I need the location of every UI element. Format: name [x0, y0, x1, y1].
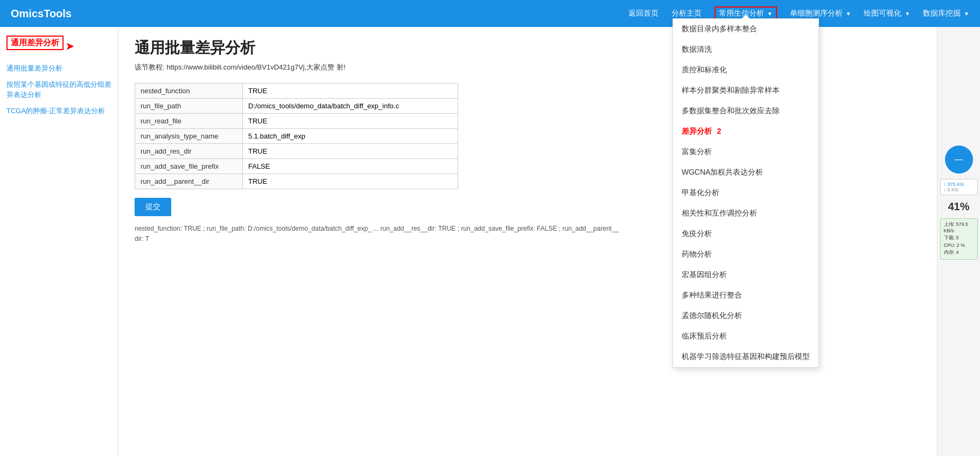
right-panel: — ↑ 375 K/s ↓ 5 K/s 41% 上传: 579.5 KB/s 下…	[937, 27, 980, 456]
chevron-down-icon-2: ▼	[846, 11, 851, 17]
form-key-0: nested_function	[135, 84, 243, 99]
page-layout: 通用差异分析 ➤ 通用批量差异分析 按照某个基因或特征的高低分组差异表达分析 T…	[0, 27, 980, 456]
navbar-item-database[interactable]: 数据库挖掘 ▼	[923, 9, 969, 18]
dropdown-item-0[interactable]: 数据目录内多样本整合	[673, 19, 818, 39]
network-widget: ↑ 375 K/s ↓ 5 K/s	[940, 179, 978, 195]
memory-label: 内存: 4	[944, 249, 959, 256]
sidebar-title: 通用差异分析	[6, 36, 64, 50]
sidebar: 通用差异分析 ➤ 通用批量差异分析 按照某个基因或特征的高低分组差异表达分析 T…	[0, 27, 118, 456]
table-row: run_add_res_dir	[135, 144, 458, 159]
dropdown-badge-2: 2	[717, 127, 722, 135]
dropdown-item-8[interactable]: 甲基化分析	[673, 183, 818, 203]
dropdown-item-7[interactable]: WGCNA加权共表达分析	[673, 162, 818, 183]
form-key-6: run_add__parent__dir	[135, 174, 243, 189]
form-input-6[interactable]	[248, 177, 452, 185]
form-key-4: run_add_res_dir	[135, 144, 243, 159]
navbar-item-single-cell[interactable]: 单细胞测序分析 ▼	[790, 9, 851, 18]
dropdown-item-6[interactable]: 富集分析	[673, 142, 818, 162]
table-row: run_file_path	[135, 99, 458, 114]
network-up: ↑ 375 K/s	[944, 182, 964, 187]
table-row: run_add_save_file_prefix	[135, 159, 458, 174]
dropdown-item-3[interactable]: 样本分群聚类和剔除异常样本	[673, 80, 818, 101]
percent-widget: 41%	[948, 201, 969, 213]
form-input-4[interactable]	[248, 147, 452, 155]
form-key-5: run_add_save_file_prefix	[135, 159, 243, 174]
form-value-1	[243, 99, 458, 114]
form-key-1: run_file_path	[135, 99, 243, 114]
form-value-2	[243, 114, 458, 129]
brand: OmicsTools	[11, 8, 72, 20]
submit-button[interactable]: 提交	[135, 198, 171, 216]
form-value-4	[243, 144, 458, 159]
navbar-menu: 返回首页 分析主页 常用生信分析 ▼ 数据目录内多样本整合 数据清洗 质控和标准…	[628, 9, 969, 18]
dropdown-item-14[interactable]: 孟德尔随机化分析	[673, 306, 818, 326]
chevron-down-icon-4: ▼	[964, 11, 969, 17]
navbar-item-analysis-home[interactable]: 分析主页	[671, 9, 702, 18]
form-value-6	[243, 174, 458, 189]
cpu-label: CPU: 2 %	[944, 243, 965, 248]
bioinformatics-dropdown: 数据目录内多样本整合 数据清洗 质控和标准化 样本分群聚类和剔除异常样本 多数据…	[673, 18, 819, 368]
table-row: nested_function	[135, 84, 458, 99]
dropdown-item-1[interactable]: 数据清洗	[673, 39, 818, 60]
dropdown-item-9[interactable]: 相关性和互作调控分析	[673, 203, 818, 224]
form-value-0	[243, 84, 458, 99]
dropdown-item-16[interactable]: 机器学习筛选特征基因和构建预后模型	[673, 347, 818, 367]
sidebar-link-0[interactable]: 通用批量差异分析	[6, 63, 111, 74]
table-row: run_read_file	[135, 114, 458, 129]
dropdown-item-10[interactable]: 免疫分析	[673, 224, 818, 244]
download-label: 下载: 5	[944, 234, 959, 241]
form-input-1[interactable]	[248, 102, 452, 110]
sys-widget: 上传: 579.5 KB/s 下载: 5 CPU: 2 % 内存: 4	[940, 218, 978, 260]
dropdown-item-15[interactable]: 临床预后分析	[673, 326, 818, 347]
navbar-item-visualization[interactable]: 绘图可视化 ▼	[864, 9, 910, 18]
form-key-2: run_read_file	[135, 114, 243, 129]
chevron-down-icon-3: ▼	[905, 11, 910, 17]
form-input-2[interactable]	[248, 117, 452, 125]
sidebar-link-1[interactable]: 按照某个基因或特征的高低分组差异表达分析	[6, 79, 111, 100]
dropdown-item-12[interactable]: 宏基因组分析	[673, 265, 818, 285]
form-value-5	[243, 159, 458, 174]
form-input-3[interactable]	[248, 132, 452, 140]
network-down: ↓ 5 K/s	[944, 187, 959, 192]
dropdown-item-2[interactable]: 质控和标准化	[673, 60, 818, 80]
navbar: OmicsTools 返回首页 分析主页 常用生信分析 ▼ 数据目录内多样本整合…	[0, 0, 980, 27]
navbar-item-home[interactable]: 返回首页	[628, 9, 659, 18]
table-row: run_analysis_type_name	[135, 129, 458, 144]
result-text: nested_function: TRUE ; run_file_path: D…	[135, 224, 619, 244]
sidebar-badge: ➤	[66, 40, 74, 52]
form-key-3: run_analysis_type_name	[135, 129, 243, 144]
dropdown-item-5[interactable]: 差异分析 2	[673, 121, 818, 142]
form-input-0[interactable]	[248, 87, 452, 95]
dropdown-item-13[interactable]: 多种结果进行整合	[673, 285, 818, 306]
form-input-5[interactable]	[248, 162, 452, 170]
upload-label: 上传: 579.5 KB/s	[944, 221, 974, 233]
table-row: run_add__parent__dir	[135, 174, 458, 189]
dropdown-item-11[interactable]: 药物分析	[673, 244, 818, 265]
form-value-3	[243, 129, 458, 144]
chevron-down-icon: ▼	[767, 11, 773, 17]
circle-widget[interactable]: —	[945, 146, 973, 174]
form-table: nested_function run_file_path run_read_f…	[135, 83, 458, 189]
navbar-item-bioinformatics-wrapper: 常用生信分析 ▼ 数据目录内多样本整合 数据清洗 质控和标准化 样本分群聚类和剔…	[715, 9, 777, 18]
sidebar-link-2[interactable]: TCGA的肿瘤-正常差异表达分析	[6, 106, 111, 116]
circle-icon: —	[955, 155, 963, 164]
dropdown-item-4[interactable]: 多数据集整合和批次效应去除	[673, 101, 818, 121]
